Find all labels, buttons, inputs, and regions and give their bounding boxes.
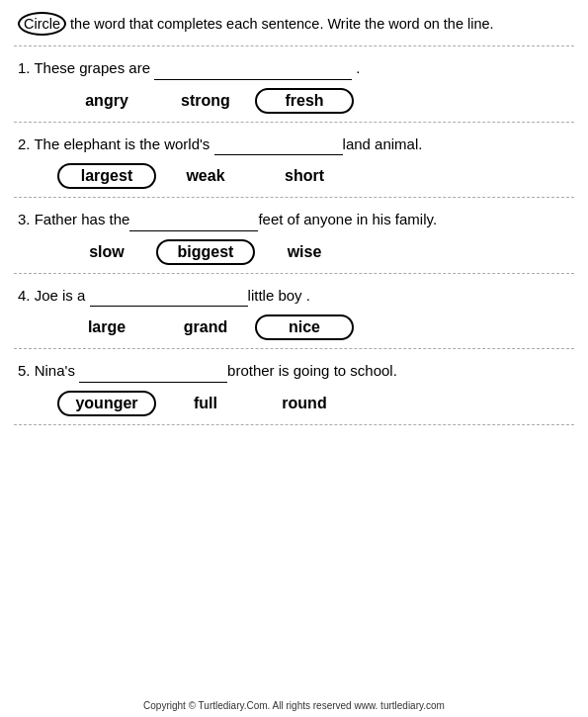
instructions: Circle the word that completes each sent… <box>14 10 574 38</box>
sentence-1: 1. These grapes are . <box>18 56 570 80</box>
options-3: slowbiggestwise <box>18 239 570 265</box>
options-1: angrystrongfresh <box>18 88 570 114</box>
sentence-part2-1: . <box>352 59 360 76</box>
sentence-part2-5: brother is going to school. <box>227 362 397 379</box>
sentence-part1-2: 2. The elephant is the world's <box>18 135 214 152</box>
sentence-part1-5: 5. Nina's <box>18 362 79 379</box>
divider-1 <box>14 122 574 123</box>
option-slow: slow <box>57 243 156 261</box>
blank-1 <box>154 56 352 80</box>
circle-word: Circle <box>18 12 66 36</box>
option-short: short <box>255 167 354 185</box>
divider-0 <box>14 45 574 46</box>
blank-4 <box>90 284 248 308</box>
option-wise: wise <box>255 243 354 261</box>
sentence-4: 4. Joe is a little boy . <box>18 284 570 308</box>
option-angry: angry <box>57 92 156 110</box>
sentence-part1-4: 4. Joe is a <box>18 287 90 304</box>
sentence-part1-3: 3. Father has the <box>18 211 129 227</box>
option-grand: grand <box>156 318 255 336</box>
option-full: full <box>156 395 255 412</box>
divider-2 <box>14 197 574 198</box>
options-4: largegrandnice <box>18 314 570 340</box>
question-1: 1. These grapes are .angrystrongfresh <box>14 50 574 118</box>
footer: Copyright © Turtlediary.Com. All rights … <box>14 696 574 711</box>
divider-4 <box>14 348 574 349</box>
instructions-text: the word that completes each sentence. W… <box>66 16 494 32</box>
divider-3 <box>14 273 574 274</box>
option-weak: weak <box>156 167 255 185</box>
blank-2 <box>214 133 343 156</box>
option-younger: younger <box>57 391 156 416</box>
option-fresh: fresh <box>255 88 354 114</box>
question-4: 4. Joe is a little boy .largegrandnice <box>14 278 574 345</box>
question-2: 2. The elephant is the world's land anim… <box>14 127 574 194</box>
sentence-2: 2. The elephant is the world's land anim… <box>18 133 570 156</box>
options-2: largestweakshort <box>18 163 570 189</box>
sentence-3: 3. Father has the feet of anyone in his … <box>18 208 570 231</box>
sentence-part2-4: little boy . <box>248 287 310 304</box>
option-large: large <box>57 318 156 336</box>
option-round: round <box>255 395 354 412</box>
question-3: 3. Father has the feet of anyone in his … <box>14 202 574 269</box>
blank-5 <box>79 359 227 383</box>
sentence-part2-2: land animal. <box>343 135 423 152</box>
page: Circle the word that completes each sent… <box>0 0 588 717</box>
questions-container: 1. These grapes are .angrystrongfresh2. … <box>14 50 574 429</box>
option-strong: strong <box>156 92 255 110</box>
option-largest: largest <box>57 163 156 189</box>
divider-5 <box>14 424 574 425</box>
sentence-part2-3: feet of anyone in his family. <box>258 211 437 227</box>
sentence-5: 5. Nina's brother is going to school. <box>18 359 570 383</box>
options-5: youngerfullround <box>18 391 570 416</box>
option-nice: nice <box>255 314 354 340</box>
option-biggest: biggest <box>156 239 255 265</box>
sentence-part1-1: 1. These grapes are <box>18 59 154 76</box>
blank-3 <box>129 208 258 231</box>
question-5: 5. Nina's brother is going to school.you… <box>14 353 574 420</box>
